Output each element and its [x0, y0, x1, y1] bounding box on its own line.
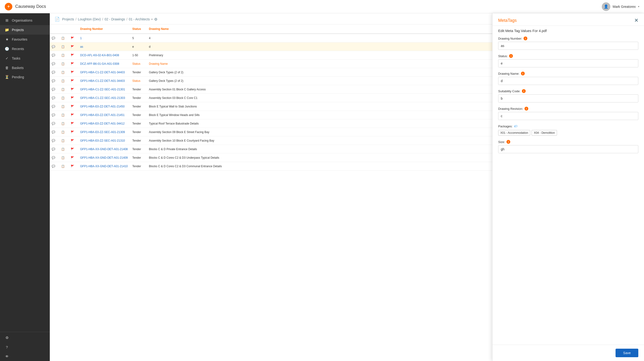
sidebar-item-baskets[interactable]: 🗑 Baskets [0, 63, 50, 72]
suitability-code-input[interactable] [498, 94, 638, 102]
drawing-number-input[interactable] [498, 42, 638, 50]
cell-chat-icon-13[interactable]: 💬 [50, 138, 59, 144]
cell-chat-icon-2[interactable]: 💬 [50, 44, 59, 50]
cell-chat-icon-10[interactable]: 💬 [50, 112, 59, 118]
suitability-code-info-icon[interactable]: i [522, 89, 526, 93]
cell-flag-icon-10[interactable]: 🚩 [69, 112, 78, 118]
breadcrumb-projects[interactable]: Projects [62, 17, 74, 21]
cell-chat-icon-11[interactable]: 💬 [50, 120, 59, 127]
cell-chat-icon-15[interactable]: 💬 [50, 155, 59, 161]
cell-copy-icon-15[interactable]: 📋 [59, 155, 69, 161]
drawing-number-info-icon[interactable]: i [524, 36, 527, 40]
cell-flag-icon-2[interactable]: 🚩 [69, 44, 78, 50]
sidebar-item-pending[interactable]: ⏳ Pending [0, 72, 50, 82]
cell-flag-icon-5[interactable]: 🚩 [69, 69, 78, 76]
drawing-name-input[interactable] [498, 77, 638, 85]
size-input[interactable] [498, 145, 638, 153]
size-info-icon[interactable]: i [506, 140, 510, 144]
cell-drawing-number-16[interactable]: GFP1-HBA-XX-GND-DET-A01-21410 [78, 163, 130, 169]
col-header-status[interactable]: Status [130, 26, 147, 32]
cell-drawing-number-11[interactable]: GFP1-HBA-E0-ZZ-DET-A01-34412 [78, 120, 130, 127]
breadcrumb-dropdown-arrow[interactable]: ▾ [151, 18, 153, 21]
cell-drawing-number-12[interactable]: GFP1-HBA-E0-ZZ-SEC-A01-21309 [78, 129, 130, 135]
cell-flag-icon-7[interactable]: 🚩 [69, 86, 78, 92]
package-tag-x04[interactable]: X04 - Demolition [532, 130, 557, 136]
save-button[interactable]: Save [616, 349, 638, 357]
sidebar-item-settings[interactable]: ⚙ [0, 333, 50, 342]
cell-copy-icon-1[interactable]: 📋 [59, 35, 69, 41]
cell-drawing-number-2[interactable]: as [78, 44, 130, 50]
sidebar-item-projects[interactable]: 📁 Projects [0, 25, 50, 35]
cell-copy-icon-12[interactable]: 📋 [59, 129, 69, 135]
cell-copy-icon-14[interactable]: 📋 [59, 146, 69, 152]
cell-chat-icon-1[interactable]: 💬 [50, 35, 59, 41]
user-dropdown-arrow[interactable]: ▾ [638, 5, 639, 8]
sidebar-item-help[interactable]: ? [0, 342, 50, 352]
status-input[interactable] [498, 59, 638, 67]
cell-copy-icon-10[interactable]: 📋 [59, 112, 69, 118]
cell-chat-icon-8[interactable]: 💬 [50, 95, 59, 101]
cell-flag-icon-8[interactable]: 🚩 [69, 95, 78, 101]
cell-drawing-number-14[interactable]: GFP1-HBA-XX-GND-DET-A01-21408 [78, 146, 130, 152]
sidebar-item-recents[interactable]: 🕐 Recents [0, 44, 50, 54]
cell-drawing-number-1[interactable]: 1 [78, 35, 130, 41]
cell-chat-icon-9[interactable]: 💬 [50, 104, 59, 110]
cell-chat-icon-12[interactable]: 💬 [50, 129, 59, 135]
cell-drawing-number-8[interactable]: GFP1-HBA-C1-ZZ-SEC-A01-21303 [78, 95, 130, 101]
breadcrumb-loughton[interactable]: Loughton (Dev) [78, 17, 101, 21]
package-tag-x01[interactable]: X01 - Accommodation [498, 130, 530, 136]
drawing-revision-info-icon[interactable]: i [524, 107, 528, 110]
sidebar-item-organisations[interactable]: ⊞ Organisations [0, 16, 50, 25]
cell-drawing-number-3[interactable]: DCD-AFL-K6-02-KA-B01-0408 [78, 52, 130, 58]
col-header-drawing-number[interactable]: Drawing Number [78, 26, 130, 32]
size-label: Size: i [498, 140, 638, 144]
cell-copy-icon-11[interactable]: 📋 [59, 120, 69, 127]
cell-flag-icon-15[interactable]: 🚩 [69, 155, 78, 161]
cell-chat-icon-5[interactable]: 💬 [50, 69, 59, 76]
cell-drawing-number-4[interactable]: DCZ-AFF-B6-01-GA-A01-0308 [78, 61, 130, 67]
cell-chat-icon-14[interactable]: 💬 [50, 146, 59, 152]
cell-chat-icon-3[interactable]: 💬 [50, 52, 59, 58]
cell-copy-icon-16[interactable]: 📋 [59, 163, 69, 169]
cell-copy-icon-3[interactable]: 📋 [59, 52, 69, 58]
cell-flag-icon-9[interactable]: 🚩 [69, 104, 78, 110]
cell-chat-icon-7[interactable]: 💬 [50, 86, 59, 92]
drawing-revision-input[interactable] [498, 112, 638, 120]
sidebar-item-tasks[interactable]: ✓ Tasks [0, 54, 50, 63]
cell-drawing-number-15[interactable]: GFP1-HBA-XX-GND-DET-A01-21409 [78, 155, 130, 161]
cell-chat-icon-4[interactable]: 💬 [50, 61, 59, 67]
cell-flag-icon-14[interactable]: 🚩 [69, 146, 78, 152]
cell-flag-icon-12[interactable]: 🚩 [69, 129, 78, 135]
cell-flag-icon-3[interactable]: 🚩 [69, 52, 78, 58]
cell-flag-icon-1[interactable]: 🚩 [69, 35, 78, 41]
cell-copy-icon-6[interactable]: 📋 [59, 78, 69, 84]
sidebar-item-favourites[interactable]: ★ Favourites [0, 35, 50, 44]
cell-copy-icon-9[interactable]: 📋 [59, 104, 69, 110]
cell-copy-icon-2[interactable]: 📋 [59, 44, 69, 50]
status-info-icon[interactable]: i [509, 54, 513, 58]
panel-close-button[interactable]: ✕ [634, 18, 638, 23]
breadcrumb-settings-icon[interactable]: ⚙ [154, 17, 158, 22]
cell-copy-icon-5[interactable]: 📋 [59, 69, 69, 76]
cell-copy-icon-8[interactable]: 📋 [59, 95, 69, 101]
cell-drawing-number-10[interactable]: GFP1-HBA-E0-ZZ-DET-A01-21451 [78, 112, 130, 118]
drawing-name-info-icon[interactable]: i [521, 72, 525, 76]
cell-drawing-number-7[interactable]: GFP1-HBA-C1-ZZ-SEC-A01-21301 [78, 86, 130, 92]
cell-copy-icon-7[interactable]: 📋 [59, 86, 69, 92]
sidebar-item-view[interactable]: 👁 [0, 352, 50, 361]
cell-flag-icon-11[interactable]: 🚩 [69, 120, 78, 127]
cell-flag-icon-13[interactable]: 🚩 [69, 138, 78, 144]
cell-chat-icon-16[interactable]: 💬 [50, 163, 59, 169]
cell-flag-icon-6[interactable]: 🚩 [69, 78, 78, 84]
cell-drawing-number-5[interactable]: GFP1-HBA-C1-ZZ-DET-A01-34403 [78, 69, 130, 76]
breadcrumb-architects[interactable]: 01 - Architects [129, 17, 150, 21]
cell-copy-icon-13[interactable]: 📋 [59, 138, 69, 144]
cell-chat-icon-6[interactable]: 💬 [50, 78, 59, 84]
cell-drawing-number-13[interactable]: GFP1-HBA-E0-ZZ-SEC-A01-21310 [78, 138, 130, 144]
cell-drawing-number-6[interactable]: GFP1-HBA-C1-ZZ-DET-A01-34403 [78, 78, 130, 84]
cell-copy-icon-4[interactable]: 📋 [59, 61, 69, 67]
cell-flag-icon-4[interactable]: 🚩 [69, 61, 78, 67]
breadcrumb-drawings[interactable]: 02 - Drawings [104, 17, 125, 21]
cell-drawing-number-9[interactable]: GFP1-HBA-E0-ZZ-DET-A01-21450 [78, 104, 130, 110]
cell-flag-icon-16[interactable]: 🚩 [69, 163, 78, 169]
